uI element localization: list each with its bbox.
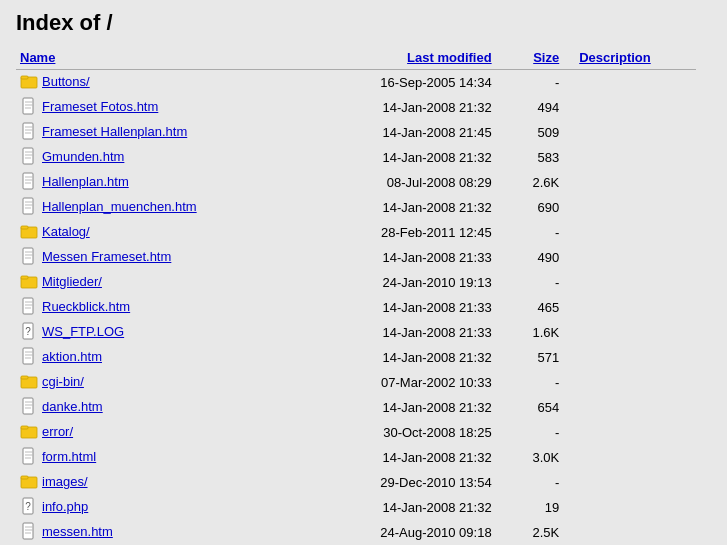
- file-modified-cell: 29-Dec-2010 13:54: [305, 470, 507, 495]
- folder-icon: [20, 72, 38, 93]
- table-row: Frameset Fotos.htm14-Jan-2008 21:32494: [16, 95, 696, 120]
- file-name-cell: Frameset Hallenplan.htm: [16, 120, 305, 145]
- table-row: Katalog/28-Feb-2011 12:45-: [16, 220, 696, 245]
- sort-by-date-link[interactable]: Last modified: [407, 50, 492, 65]
- file-icon: [20, 172, 38, 193]
- file-modified-cell: 30-Oct-2008 18:25: [305, 420, 507, 445]
- table-row: cgi-bin/07-Mar-2002 10:33-: [16, 370, 696, 395]
- file-desc-cell: [575, 195, 696, 220]
- file-name-cell: Mitglieder/: [16, 270, 305, 295]
- file-desc-cell: [575, 320, 696, 345]
- file-icon: [20, 97, 38, 118]
- file-icon: [20, 122, 38, 143]
- folder-icon: [20, 222, 38, 243]
- file-link[interactable]: form.html: [42, 449, 96, 464]
- file-desc-cell: [575, 420, 696, 445]
- file-link[interactable]: cgi-bin/: [42, 374, 84, 389]
- file-link[interactable]: Mitglieder/: [42, 274, 102, 289]
- file-icon: [20, 447, 38, 468]
- file-link[interactable]: Buttons/: [42, 74, 90, 89]
- file-link[interactable]: Hallenplan_muenchen.htm: [42, 199, 197, 214]
- file-size-cell: -: [508, 370, 576, 395]
- file-name-cell: Hallenplan.htm: [16, 170, 305, 195]
- file-icon: [20, 522, 38, 543]
- file-name-cell: info.php: [16, 495, 305, 520]
- sort-by-desc-link[interactable]: Description: [579, 50, 651, 65]
- table-row: messen.htm24-Aug-2010 09:182.5K: [16, 520, 696, 545]
- file-size-cell: 2.5K: [508, 520, 576, 545]
- file-modified-cell: 14-Jan-2008 21:33: [305, 295, 507, 320]
- file-modified-cell: 14-Jan-2008 21:32: [305, 95, 507, 120]
- table-row: WS_FTP.LOG14-Jan-2008 21:331.6K: [16, 320, 696, 345]
- file-link[interactable]: images/: [42, 474, 88, 489]
- file-modified-cell: 14-Jan-2008 21:32: [305, 145, 507, 170]
- file-name-cell: Messen Frameset.htm: [16, 245, 305, 270]
- file-size-cell: 2.6K: [508, 170, 576, 195]
- file-size-cell: -: [508, 270, 576, 295]
- file-icon: [20, 147, 38, 168]
- file-desc-cell: [575, 95, 696, 120]
- file-modified-cell: 14-Jan-2008 21:45: [305, 120, 507, 145]
- file-size-cell: 490: [508, 245, 576, 270]
- sort-by-name-link[interactable]: Name: [20, 50, 55, 65]
- file-name-cell: messen.htm: [16, 520, 305, 545]
- file-desc-cell: [575, 345, 696, 370]
- file-link[interactable]: Hallenplan.htm: [42, 174, 129, 189]
- file-desc-cell: [575, 70, 696, 96]
- file-size-cell: -: [508, 420, 576, 445]
- file-size-cell: -: [508, 220, 576, 245]
- col-header-name: Name: [16, 46, 305, 70]
- unknown-file-icon: [20, 322, 38, 343]
- sort-by-size-link[interactable]: Size: [533, 50, 559, 65]
- table-row: info.php14-Jan-2008 21:3219: [16, 495, 696, 520]
- folder-icon: [20, 272, 38, 293]
- file-desc-cell: [575, 245, 696, 270]
- file-desc-cell: [575, 470, 696, 495]
- file-name-cell: Gmunden.htm: [16, 145, 305, 170]
- file-name-cell: cgi-bin/: [16, 370, 305, 395]
- file-size-cell: 1.6K: [508, 320, 576, 345]
- table-row: Gmunden.htm14-Jan-2008 21:32583: [16, 145, 696, 170]
- file-desc-cell: [575, 145, 696, 170]
- table-header-row: Name Last modified Size Description: [16, 46, 696, 70]
- page-title: Index of /: [16, 10, 711, 36]
- file-link[interactable]: danke.htm: [42, 399, 103, 414]
- file-link[interactable]: Rueckblick.htm: [42, 299, 130, 314]
- file-name-cell: Rueckblick.htm: [16, 295, 305, 320]
- file-link[interactable]: error/: [42, 424, 73, 439]
- file-link[interactable]: Frameset Fotos.htm: [42, 99, 158, 114]
- file-modified-cell: 07-Mar-2002 10:33: [305, 370, 507, 395]
- file-link[interactable]: Frameset Hallenplan.htm: [42, 124, 187, 139]
- file-link[interactable]: messen.htm: [42, 524, 113, 539]
- table-row: danke.htm14-Jan-2008 21:32654: [16, 395, 696, 420]
- file-name-cell: form.html: [16, 445, 305, 470]
- file-link[interactable]: aktion.htm: [42, 349, 102, 364]
- table-row: Messen Frameset.htm14-Jan-2008 21:33490: [16, 245, 696, 270]
- file-modified-cell: 14-Jan-2008 21:33: [305, 320, 507, 345]
- file-desc-cell: [575, 395, 696, 420]
- table-row: Rueckblick.htm14-Jan-2008 21:33465: [16, 295, 696, 320]
- file-name-cell: images/: [16, 470, 305, 495]
- file-link[interactable]: Gmunden.htm: [42, 149, 124, 164]
- table-row: images/29-Dec-2010 13:54-: [16, 470, 696, 495]
- file-size-cell: 571: [508, 345, 576, 370]
- file-link[interactable]: WS_FTP.LOG: [42, 324, 124, 339]
- table-row: aktion.htm14-Jan-2008 21:32571: [16, 345, 696, 370]
- file-name-cell: Buttons/: [16, 70, 305, 96]
- file-link[interactable]: Messen Frameset.htm: [42, 249, 171, 264]
- file-name-cell: error/: [16, 420, 305, 445]
- file-link[interactable]: Katalog/: [42, 224, 90, 239]
- file-link[interactable]: info.php: [42, 499, 88, 514]
- file-size-cell: -: [508, 470, 576, 495]
- file-icon: [20, 247, 38, 268]
- file-size-cell: 3.0K: [508, 445, 576, 470]
- file-size-cell: 19: [508, 495, 576, 520]
- file-name-cell: WS_FTP.LOG: [16, 320, 305, 345]
- col-header-description: Description: [575, 46, 696, 70]
- table-row: Buttons/16-Sep-2005 14:34-: [16, 70, 696, 96]
- file-size-cell: 494: [508, 95, 576, 120]
- col-header-size: Size: [508, 46, 576, 70]
- file-desc-cell: [575, 120, 696, 145]
- file-modified-cell: 24-Jan-2010 19:13: [305, 270, 507, 295]
- table-row: form.html14-Jan-2008 21:323.0K: [16, 445, 696, 470]
